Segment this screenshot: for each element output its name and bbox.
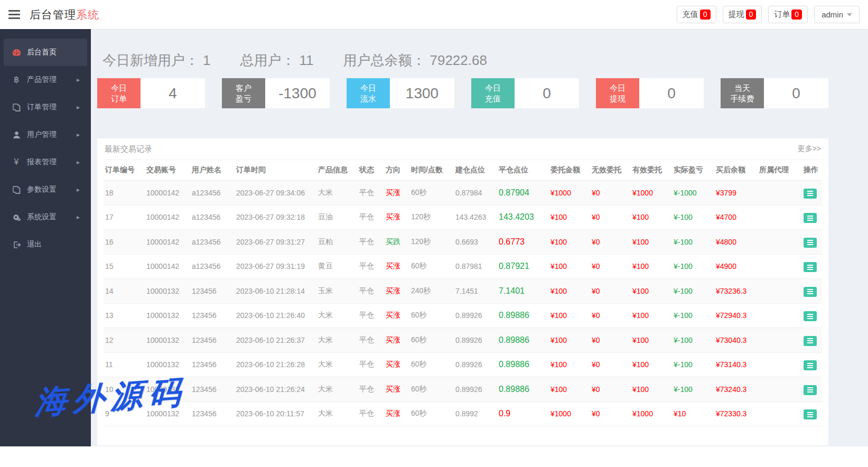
detail-button[interactable]: [804, 213, 817, 223]
cell-balance-after: ¥73140.3: [714, 352, 758, 377]
stat-card-label: 当天手续费: [721, 78, 764, 108]
cell-entrust-amount: ¥100: [549, 279, 590, 304]
notification-badge: 0: [791, 10, 802, 20]
stat-card-value: 0: [515, 78, 579, 108]
cell-operation: [802, 279, 822, 304]
sidebar-item-订单管理[interactable]: 订单管理▸: [4, 94, 87, 121]
cell-operation: [802, 254, 822, 279]
cell-direction: 买涨: [384, 352, 409, 377]
stat-card-当天手续费: 当天手续费0: [721, 78, 828, 108]
cell-direction: 买涨: [384, 377, 409, 402]
cell-product: 豆油: [316, 205, 358, 230]
sidebar-item-系统设置[interactable]: 系统设置▸: [4, 203, 87, 231]
cell-operation: [802, 230, 822, 255]
cell-valid-entrust: ¥100: [631, 254, 672, 279]
admin-label: admin: [822, 10, 843, 19]
stat-cards: 今日订单4客户盈亏-1300今日流水1300今日充值0今日提现0当天手续费0: [97, 78, 828, 108]
sidebar-item-退出[interactable]: 退出: [4, 231, 87, 258]
notification-badge: 0: [746, 10, 757, 20]
sidebar-item-label: 系统设置: [27, 212, 57, 222]
cell-account: 10000132: [145, 279, 190, 304]
cell-direction: 买涨: [384, 401, 409, 426]
sidebar-item-用户管理[interactable]: 用户管理▸: [4, 121, 87, 148]
cell-valid-entrust: ¥100: [631, 352, 672, 377]
detail-button[interactable]: [804, 311, 817, 321]
topbar-button-充值[interactable]: 充值0: [677, 6, 716, 23]
list-icon: [807, 291, 813, 292]
cell-account: 10000132: [145, 352, 190, 377]
more-link[interactable]: 更多>>: [798, 144, 821, 154]
cell-agent: [758, 303, 802, 328]
detail-button[interactable]: [804, 336, 817, 346]
topbar-button-订单[interactable]: 订单0: [768, 6, 808, 23]
list-icon: [807, 389, 813, 390]
cell-valid-entrust: ¥100: [631, 230, 672, 255]
topbar-button-提现[interactable]: 提现0: [723, 6, 762, 23]
cell-agent: [758, 254, 802, 279]
cell-duration: 60秒: [409, 377, 454, 402]
detail-button[interactable]: [804, 189, 817, 199]
sidebar-item-label: 订单管理: [27, 102, 57, 112]
chevron-right-icon: ▸: [77, 131, 80, 138]
cell-direction: 买涨: [384, 303, 409, 328]
detail-button[interactable]: [804, 287, 817, 297]
sidebar-item-label: 产品管理: [27, 75, 57, 85]
column-header-订单时间: 订单时间: [235, 160, 316, 181]
logout-icon: [11, 241, 22, 249]
cell-product: 大米: [316, 352, 358, 377]
cell-close-price: 0.89886: [497, 328, 549, 353]
cell-account: 10000132: [145, 303, 190, 328]
stat-2: 用户总余额：79222.68: [343, 51, 487, 70]
cell-order-time: 2023-06-10 21:26:24: [235, 377, 316, 402]
cell-username: 123456: [190, 352, 235, 377]
detail-button[interactable]: [804, 409, 817, 419]
column-header-产品信息: 产品信息: [316, 160, 358, 181]
cell-valid-entrust: ¥100: [631, 328, 672, 353]
cell-order-id: 11: [104, 352, 145, 377]
card-label-line: 今日: [360, 83, 376, 94]
cell-close-price: 0.9: [497, 401, 549, 426]
detail-button[interactable]: [804, 385, 817, 395]
cell-order-time: 2023-06-27 09:31:19: [235, 254, 316, 279]
cell-entrust-amount: ¥100: [549, 352, 590, 377]
sidebar-item-产品管理[interactable]: ฿产品管理▸: [4, 66, 87, 94]
cell-actual-pnl: ¥-100: [672, 230, 714, 255]
admin-dropdown[interactable]: admin: [814, 6, 860, 23]
chevron-right-icon: ▸: [77, 76, 80, 83]
cell-invalid-entrust: ¥0: [590, 181, 631, 206]
chevron-right-icon: ▸: [77, 213, 80, 221]
cell-duration: 120秒: [409, 205, 454, 230]
cell-close-price: 0.87921: [497, 254, 549, 279]
copy-icon: [11, 186, 22, 194]
stat-label: 今日新增用户：: [102, 52, 199, 68]
trades-table: 订单编号交易账号用户姓名订单时间产品信息状态方向时间/点数建仓点位平仓点位委托金…: [104, 160, 822, 426]
sidebar-item-label: 退出: [27, 240, 42, 249]
cell-valid-entrust: ¥100: [631, 377, 672, 402]
app-title: 后台管理系统: [30, 7, 99, 22]
cell-duration: 60秒: [409, 254, 454, 279]
cell-actual-pnl: ¥-100: [672, 205, 714, 230]
hamburger-menu-icon[interactable]: [8, 8, 20, 21]
cell-username: 123456: [190, 328, 235, 353]
list-icon: [807, 242, 813, 243]
cell-valid-entrust: ¥100: [631, 279, 672, 304]
cell-order-id: 10: [104, 377, 145, 402]
detail-button[interactable]: [804, 238, 817, 248]
cell-actual-pnl: ¥-1000: [672, 181, 714, 206]
sidebar-item-后台首页[interactable]: 后台首页: [4, 39, 87, 66]
panel-title: 最新交易记录: [105, 144, 152, 154]
gears-icon: [11, 213, 22, 221]
sidebar-item-参数设置[interactable]: 参数设置▸: [4, 176, 87, 203]
cell-balance-after: ¥4900: [714, 254, 758, 279]
cell-product: 大米: [316, 401, 358, 426]
cell-agent: [758, 377, 802, 402]
detail-button[interactable]: [804, 262, 817, 272]
topbar-actions: 充值0提现0订单0 admin: [677, 6, 860, 23]
sidebar-item-报表管理[interactable]: ¥报表管理▸: [4, 148, 87, 176]
card-label-line: 客户: [236, 83, 251, 94]
stat-card-value: -1300: [265, 78, 330, 108]
cell-direction: 买涨: [384, 254, 409, 279]
detail-button[interactable]: [804, 360, 817, 370]
list-icon: [807, 340, 813, 341]
cell-valid-entrust: ¥100: [631, 303, 672, 328]
